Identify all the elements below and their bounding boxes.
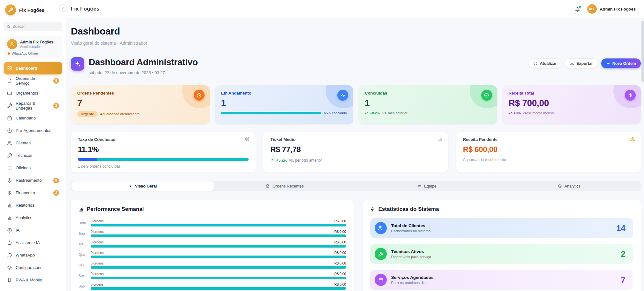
active-technicians-row[interactable]: Técnicos Ativos Disponíveis para serviço… <box>370 244 633 264</box>
sidebar-collapse-button[interactable] <box>59 4 66 11</box>
target-icon <box>245 136 250 142</box>
sidebar-item-reparos-entregas[interactable]: Reparos & Entregas 2 <box>4 99 62 112</box>
average-ticket-card[interactable]: Ticket Médio R$ 77,78 +5.2% vs. período … <box>263 132 448 172</box>
stats-label: Serviços Agendados <box>391 275 433 280</box>
weekly-row-dom: Dom 0 ordensR$ 0,00 <box>79 218 346 228</box>
sidebar-item-financeiro[interactable]: Financeiro 2 <box>4 187 62 199</box>
urgent-badge: Urgente <box>77 111 98 117</box>
plus-icon <box>606 61 610 65</box>
sidebar-user-card[interactable]: Admin Fix Fogões Administrador WhatsApp … <box>4 36 62 58</box>
stats-value: 7 <box>621 275 625 285</box>
stat-value: 7 <box>77 98 203 108</box>
metric-value: R$ 77,78 <box>270 145 441 154</box>
orders-label: 0 ordens <box>91 230 104 234</box>
calendar-icon <box>7 116 12 121</box>
sparkles-icon <box>71 57 84 71</box>
tab-ordens-recentes[interactable]: Ordens Recentes <box>214 181 356 191</box>
search-icon <box>7 25 11 29</box>
revenue-label: R$ 0,00 <box>334 230 346 234</box>
orders-label: 0 ordens <box>91 240 104 244</box>
sidebar-item-label: Reparos & Entregas <box>16 101 50 111</box>
tab-visao-geral[interactable]: Visão Geral <box>71 181 214 191</box>
sidebar-item-rastreamento[interactable]: Rastreamento 8 <box>4 174 62 187</box>
metric-cards-row: Taxa de Conclusão 11.1% 1 de 9 ordens co… <box>71 132 641 172</box>
user-avatar-icon <box>7 39 17 49</box>
tab-label: Visão Geral <box>135 184 157 188</box>
bar-chart-icon <box>7 215 12 220</box>
panel-title: Performance Semanal <box>87 206 144 212</box>
grid-icon <box>7 66 12 71</box>
sidebar-item-relatorios[interactable]: Relatórios <box>4 199 62 211</box>
weekly-row-sab: Sáb 0 ordensR$ 0,00 <box>79 281 346 291</box>
tab-analytics[interactable]: Analytics <box>498 181 640 191</box>
day-bar <box>91 266 346 269</box>
bar-chart-icon <box>79 207 84 212</box>
refresh-icon <box>533 61 537 65</box>
sidebar-item-ia[interactable]: IA <box>4 224 62 236</box>
in-progress-card[interactable]: Em Andamento 1 65% concluído <box>215 85 354 124</box>
sidebar-item-label: Oficinas <box>16 165 31 170</box>
sidebar-item-label: Relatórios <box>16 203 34 208</box>
sidebar-item-tecnicos[interactable]: Técnicos <box>4 149 62 162</box>
dollar-icon <box>625 90 636 101</box>
stats-value: 2 <box>621 249 625 259</box>
search-input[interactable] <box>13 24 59 29</box>
pending-revenue-card[interactable]: Receita Pendente R$ 600,00 Aguardando re… <box>456 132 641 172</box>
tab-equipe[interactable]: Equipe <box>356 181 498 191</box>
brand: Fix Fogões <box>4 4 62 15</box>
notifications-button[interactable] <box>575 6 580 12</box>
revenue-label: R$ 0,00 <box>334 272 346 276</box>
sidebar-item-pre-agendamentos[interactable]: Pré-Agendamentos <box>4 124 62 137</box>
tracking-count-badge: 8 <box>53 178 59 183</box>
total-clients-row[interactable]: Total de Clientes Cadastrados no sistema… <box>370 218 633 238</box>
admin-header: Dashboard Administrativo sábado, 22 de n… <box>71 57 641 75</box>
activity-icon <box>128 184 132 188</box>
stat-label: Concluídas <box>365 91 491 96</box>
scheduled-services-row[interactable]: Serviços Agendados Para os próximos dias… <box>370 270 633 290</box>
revenue-label: R$ 0,00 <box>334 261 346 265</box>
sidebar-item-dashboard[interactable]: Dashboard <box>4 62 62 74</box>
completed-card[interactable]: Concluídas 1 +8.2% vs. mês anterior <box>358 85 497 124</box>
message-circle-icon <box>7 253 12 258</box>
whatsapp-status-dot <box>8 52 10 55</box>
calendar-icon <box>375 274 387 286</box>
topbar-user-name: Admin Fix Fogões <box>600 7 636 11</box>
stats-sub: Cadastrados no sistema <box>391 229 431 233</box>
orders-label: 0 ordens <box>91 272 104 276</box>
metric-label: Ticket Médio <box>270 137 441 142</box>
pending-orders-card[interactable]: Ordens Pendentes 7 Urgente Aguardando at… <box>71 85 210 124</box>
orders-label: 0 ordens <box>91 219 104 223</box>
day-bar <box>91 277 346 279</box>
scrollbar[interactable] <box>641 19 644 291</box>
metric-note: Aguardando recebimento <box>463 157 634 162</box>
tab-label: Ordens Recentes <box>273 184 303 188</box>
sidebar-item-ordens-de-servico[interactable]: Ordens de Serviço 8 <box>4 74 62 87</box>
total-revenue-card[interactable]: Receita Total R$ 700,00 +0% crescimento … <box>502 85 641 124</box>
sidebar-item-configuracoes[interactable]: Configurações <box>4 261 62 274</box>
new-order-button[interactable]: Nova Ordem <box>601 58 641 68</box>
sidebar-search[interactable] <box>4 22 62 31</box>
sidebar-item-assistente-ia[interactable]: Assistente IA <box>4 236 62 249</box>
sidebar-item-orcamentos[interactable]: Orçamentos <box>4 87 62 99</box>
sidebar-item-label: IA <box>16 228 19 233</box>
sidebar-item-oficinas[interactable]: Oficinas <box>4 162 62 174</box>
topbar: Fix Fogões AFF Admin Fix Fogões <box>66 0 644 18</box>
sidebar-item-whatsapp[interactable]: WhatsApp <box>4 249 62 261</box>
sidebar-item-calendario[interactable]: Calendário <box>4 112 62 124</box>
tab-label: Equipe <box>424 184 437 188</box>
topbar-user-menu[interactable]: AFF Admin Fix Fogões <box>587 4 636 14</box>
refresh-button[interactable]: Atualizar <box>528 58 562 68</box>
map-pin-icon <box>7 178 12 183</box>
day-label: Dom <box>79 221 87 225</box>
weekly-row-ter: Ter 0 ordensR$ 0,00 <box>79 239 346 249</box>
export-button[interactable]: Exportar <box>565 58 598 68</box>
scrollbar-thumb[interactable] <box>641 21 644 82</box>
sidebar-item-clientes[interactable]: Clientes <box>4 137 62 149</box>
sidebar-item-analytics[interactable]: Analytics <box>4 211 62 224</box>
metric-note: 1 de 9 ordens concluídas <box>78 164 249 169</box>
completion-rate-card[interactable]: Taxa de Conclusão 11.1% 1 de 9 ordens co… <box>71 132 256 172</box>
metric-value: 11.1% <box>78 145 249 154</box>
day-label: Seg <box>79 232 87 235</box>
sidebar-item-pwa-mobile[interactable]: PWA & Mobile <box>4 274 62 286</box>
day-label: Sex <box>79 274 87 278</box>
